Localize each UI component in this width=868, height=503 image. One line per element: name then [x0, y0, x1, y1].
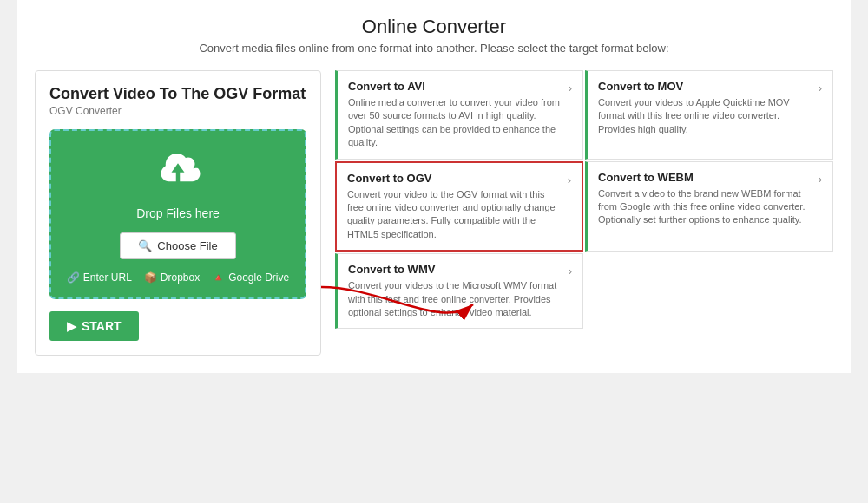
card-content-mov: Convert to MOV Convert your videos to Ap… — [598, 80, 813, 136]
enter-url-label: Enter URL — [83, 271, 132, 284]
drop-text: Drop Files here — [65, 206, 291, 220]
dropbox-link[interactable]: 📦 Dropbox — [144, 271, 200, 284]
card-title-ogv: Convert to OGV — [347, 172, 562, 185]
content-area: Convert Video To The OGV Format OGV Conv… — [35, 70, 833, 356]
converter-card-mov[interactable]: Convert to MOV Convert your videos to Ap… — [585, 70, 833, 160]
choose-file-label: Choose File — [157, 239, 217, 252]
link-icon: 🔗 — [67, 271, 80, 284]
play-icon: ▶ — [67, 319, 76, 333]
card-desc-mov: Convert your videos to Apple Quicktime M… — [598, 96, 813, 136]
cloud-upload-icon — [65, 148, 291, 201]
card-content-wmv: Convert to WMV Convert your videos to th… — [348, 263, 563, 319]
card-content-ogv: Convert to OGV Convert your video to the… — [347, 172, 562, 242]
converter-subtitle: OGV Converter — [49, 105, 306, 117]
google-drive-label: Google Drive — [228, 271, 289, 284]
search-icon: 🔍 — [138, 239, 152, 252]
arrow-icon-wmv: › — [569, 265, 572, 278]
arrow-icon-avi: › — [569, 82, 572, 95]
converter-card-webm[interactable]: Convert to WEBM Convert a video to the b… — [585, 161, 833, 252]
arrow-icon-ogv: › — [568, 173, 571, 186]
choose-file-button[interactable]: 🔍 Choose File — [120, 232, 235, 259]
link-options: 🔗 Enter URL 📦 Dropbox 🔺 Google Drive — [65, 271, 291, 284]
converter-grid: Convert to AVI Online media converter to… — [335, 70, 833, 329]
card-title-webm: Convert to WEBM — [598, 171, 813, 184]
card-content-webm: Convert to WEBM Convert a video to the b… — [598, 171, 813, 227]
site-title: Online Converter — [35, 16, 833, 38]
card-content-avi: Convert to AVI Online media converter to… — [348, 80, 563, 150]
left-panel: Convert Video To The OGV Format OGV Conv… — [35, 70, 321, 356]
right-panel: Convert to AVI Online media converter to… — [335, 70, 833, 356]
card-title-wmv: Convert to WMV — [348, 263, 563, 276]
converter-card-wmv[interactable]: Convert to WMV Convert your videos to th… — [335, 253, 583, 329]
page-wrapper: Online Converter Convert media files onl… — [17, 0, 851, 373]
card-desc-avi: Online media converter to convert your v… — [348, 96, 563, 150]
dropbox-icon: 📦 — [144, 271, 157, 284]
start-button[interactable]: ▶ START — [49, 311, 139, 341]
enter-url-link[interactable]: 🔗 Enter URL — [67, 271, 132, 284]
card-desc-ogv: Convert your video to the OGV format wit… — [347, 188, 562, 242]
card-title-mov: Convert to MOV — [598, 80, 813, 93]
start-label: START — [82, 319, 122, 333]
arrow-icon-webm: › — [819, 173, 822, 186]
dropbox-label: Dropbox — [161, 271, 200, 284]
google-drive-icon: 🔺 — [212, 271, 225, 284]
card-desc-wmv: Convert your videos to the Microsoft WMV… — [348, 279, 563, 319]
card-title-avi: Convert to AVI — [348, 80, 563, 93]
converter-title: Convert Video To The OGV Format — [49, 85, 306, 103]
arrow-icon-mov: › — [819, 82, 822, 95]
google-drive-link[interactable]: 🔺 Google Drive — [212, 271, 289, 284]
converter-card-avi[interactable]: Convert to AVI Online media converter to… — [335, 70, 583, 160]
site-subtitle: Convert media files online from one form… — [35, 42, 833, 55]
site-header: Online Converter Convert media files onl… — [35, 16, 833, 55]
drop-zone[interactable]: Drop Files here 🔍 Choose File 🔗 Enter UR… — [49, 129, 306, 299]
card-desc-webm: Convert a video to the brand new WEBM fo… — [598, 187, 813, 227]
converter-card-ogv[interactable]: Convert to OGV Convert your video to the… — [335, 161, 583, 252]
